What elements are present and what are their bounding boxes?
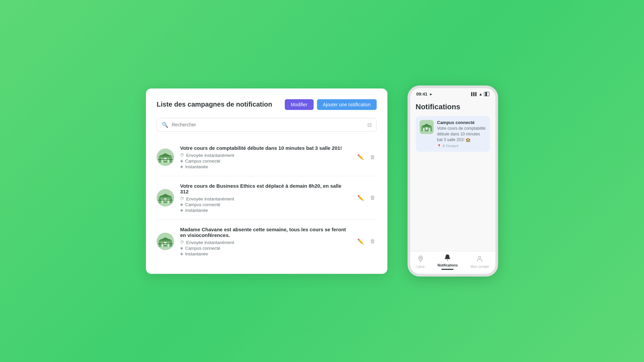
wifi-icon: ▲ [479,92,483,97]
clock-icon-1: ⏱ [180,153,184,158]
search-input[interactable] [172,122,364,127]
battery-icon: ▋ [484,92,489,96]
svg-point-31 [420,257,422,259]
campus-icon-2: ◈ [180,202,183,207]
edit-button-1[interactable]: ✏️ [356,153,365,162]
notif-type-2: ◈ Instantanée [180,208,350,213]
svg-rect-28 [429,128,430,131]
svg-rect-27 [423,128,425,131]
notif-type-1: ◈ Instantanée [180,164,350,169]
notif-avatar-2 [157,189,174,206]
nav-active-indicator [441,269,453,270]
nav-label-lieux: Lieux [417,265,425,268]
phone-notification-card[interactable]: Campus connecté Votre cours de comptabil… [416,116,490,152]
campus-icon-1: ◈ [180,159,183,163]
clock-icon-3: ⏱ [180,240,184,245]
clock-icon-2: ⏱ [180,196,184,201]
notif-campus-2: ◈ Campus connecté [180,202,350,207]
user-nav-icon [476,255,483,264]
notif-content-2: Votre cours de Business Ethics est dépla… [180,183,350,213]
notif-title-1: Votre cours de comptabilité débute dans … [180,145,350,151]
phone-bottom-nav: Lieux Notifications [410,251,495,274]
filter-search-icon[interactable]: ⊟ [367,122,372,128]
phone-notif-message: Votre cours de comptabilité débute dans … [437,126,486,142]
type-icon-2: ◈ [180,208,183,213]
notif-meta-3: ⏱ Envoyée instantanément ◈ Campus connec… [180,240,350,256]
location-pin-icon: 📍 [437,144,441,148]
notif-sent-3: ⏱ Envoyée instantanément [180,240,350,245]
nav-label-notifications: Notifications [437,263,458,267]
notif-title-2: Votre cours de Business Ethics est dépla… [180,183,350,194]
notif-avatar-3 [157,233,174,250]
nav-item-compte[interactable]: Mon compte [471,255,489,268]
notif-sent-2: ⏱ Envoyée instantanément [180,196,350,201]
search-icon: 🔍 [162,122,168,128]
notif-content-1: Votre cours de comptabilité débute dans … [180,145,350,169]
delete-button-2[interactable]: 🗑 [369,193,377,202]
notif-actions-1: ✏️ 🗑 [356,153,377,162]
svg-point-32 [479,256,481,259]
location-arrow-icon: ➤ [429,93,432,96]
edit-button-3[interactable]: ✏️ [356,237,365,246]
svg-rect-12 [167,199,169,203]
notif-avatar-1 [157,148,174,166]
bell-nav-icon [444,254,451,262]
modifier-button[interactable]: Modifier [285,99,314,110]
svg-rect-3 [161,159,163,163]
notif-meta-2: ⏱ Envoyée instantanément ◈ Campus connec… [180,196,350,213]
phone-notif-time: 📍 À l'instant [437,144,486,148]
panel-header: Liste des campagnes de notification Modi… [157,99,377,110]
notif-content-3: Madame Chavane est absente cette semaine… [180,227,350,256]
phone-notif-avatar [420,120,434,134]
desktop-panel: Liste des campagnes de notification Modi… [146,88,387,274]
edit-button-2[interactable]: ✏️ [356,193,365,202]
nav-item-notifications[interactable]: Notifications [437,254,458,270]
signal-icon: ▌▌▌ [471,92,477,96]
svg-rect-11 [161,199,163,203]
nav-label-compte: Mon compte [471,265,489,268]
svg-rect-19 [161,243,163,247]
notif-sent-1: ⏱ Envoyée instantanément [180,153,350,158]
svg-rect-29 [426,127,428,130]
delete-button-3[interactable]: 🗑 [369,237,377,246]
status-time: 09:41 ➤ [416,92,432,97]
campus-icon-3: ◈ [180,246,183,250]
phone-mockup: 09:41 ➤ ▌▌▌ ▲ ▋ Notifications [408,85,498,277]
status-icons: ▌▌▌ ▲ ▋ [471,92,489,97]
header-buttons: Modifier Ajouter une notification [285,99,377,110]
notif-campus-3: ◈ Campus connecté [180,246,350,251]
notif-title-3: Madame Chavane est absente cette semaine… [180,227,350,238]
notif-meta-1: ⏱ Envoyée instantanément ◈ Campus connec… [180,153,350,169]
notif-type-3: ◈ Instantanée [180,251,350,256]
notification-list: Votre cours de comptabilité débute dans … [157,138,377,263]
ajouter-button[interactable]: Ajouter une notification [317,99,377,110]
phone-notif-sender: Campus connecté [437,120,486,125]
phone-content: Notifications Campus connecté Vo [410,98,495,251]
phone-page-title: Notifications [416,103,490,111]
nav-item-lieux[interactable]: Lieux [417,255,425,268]
notification-item-2: Votre cours de Business Ethics est dépla… [157,176,377,220]
svg-rect-6 [158,159,173,160]
panel-title: Liste des campagnes de notification [157,101,272,108]
phone-status-bar: 09:41 ➤ ▌▌▌ ▲ ▋ [410,88,495,98]
notification-item-1: Votre cours de comptabilité débute dans … [157,138,377,176]
notif-campus-1: ◈ Campus connecté [180,159,350,164]
search-bar: 🔍 ⊟ [157,118,377,132]
svg-rect-22 [158,243,173,244]
main-container: Liste des campagnes de notification Modi… [146,85,498,277]
delete-button-1[interactable]: 🗑 [369,153,377,162]
location-nav-icon [417,255,424,264]
type-icon-1: ◈ [180,164,183,169]
notification-item-3: Madame Chavane est absente cette semaine… [157,220,377,263]
type-icon-3: ◈ [180,251,183,256]
svg-rect-14 [158,200,173,200]
svg-rect-20 [167,243,169,247]
svg-rect-4 [167,159,169,163]
phone-notif-content: Campus connecté Votre cours de comptabil… [437,120,486,148]
notif-actions-2: ✏️ 🗑 [356,193,377,202]
notif-actions-3: ✏️ 🗑 [356,237,377,246]
